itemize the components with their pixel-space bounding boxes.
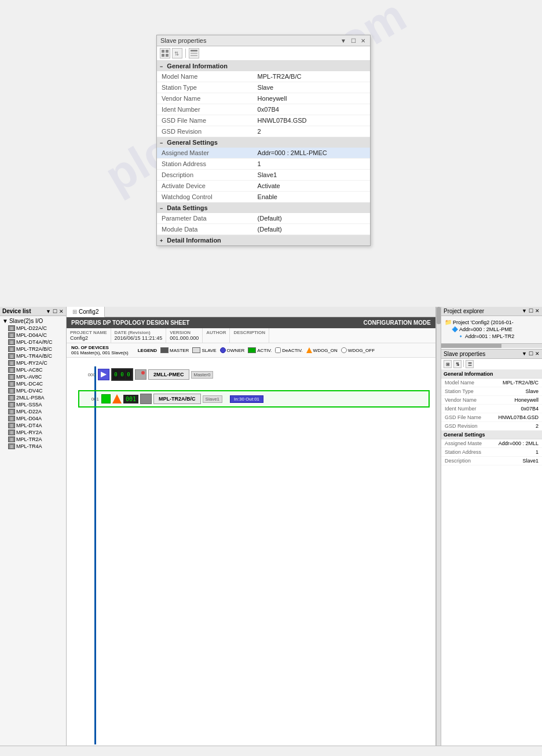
device-label: MPL-D22A	[16, 409, 42, 414]
project-name-cell: PROJECT NAME Config2	[67, 328, 111, 343]
seg-digit-0: 0	[113, 370, 119, 379]
slave-properties-panel: Slave properties ▼ ☐ ✕ ⇅	[156, 35, 371, 246]
inline-sort-btn[interactable]: ⇅	[453, 360, 462, 368]
master-module-icon	[135, 369, 147, 380]
prop-value-station-address: 1	[253, 159, 370, 170]
io-info-badge[interactable]: In:30 Out:01	[230, 395, 263, 403]
slave-device-row[interactable]: 001 001 MPL-TR2A/B/C	[78, 390, 430, 408]
device-label: MPL-TR4A	[16, 443, 42, 449]
proj-float[interactable]: ☐	[529, 308, 533, 314]
inline-value-gsd-rev: 2	[536, 423, 539, 429]
sheet-title: PROFIBUS DP TOPOLOGY DESIGN SHEET	[71, 320, 189, 326]
detail-info-header[interactable]: + Detail Information	[157, 235, 370, 246]
deactive-checkbox[interactable]	[275, 347, 281, 353]
device-icon: ☰	[8, 443, 15, 449]
prop-parameter-data: Parameter Data (Default)	[157, 213, 370, 224]
list-item[interactable]: ☰ MPL-TR2A	[0, 436, 66, 443]
device-icon: ☰	[8, 374, 15, 380]
list-item[interactable]: ☰ MPL-DV4C	[0, 387, 66, 394]
list-item[interactable]: ☰ 2MLL-PS8A	[0, 394, 66, 401]
seg-digit-2: 0	[126, 370, 131, 379]
inline-close[interactable]: ✕	[535, 351, 540, 357]
sort-button[interactable]: ⇅	[172, 48, 182, 58]
grid-view-button[interactable]	[160, 48, 170, 58]
list-item[interactable]: ☰ MPL-D04A	[0, 415, 66, 422]
device-label: MPL-TR2A/B/C	[16, 346, 52, 352]
device-list-close[interactable]: ✕	[59, 309, 64, 314]
prop-value-module-data: (Default)	[253, 224, 370, 235]
inline-prop-gsd-rev: GSD Revision 2	[441, 422, 542, 431]
list-item[interactable]: ☰ MPL-TR2A/B/C	[0, 346, 66, 353]
prop-value-description: Slave1	[253, 170, 370, 181]
pin-button[interactable]: ▼	[339, 38, 347, 44]
float-button[interactable]: ☐	[350, 38, 357, 44]
list-item[interactable]: ☰ MPL-DT4A	[0, 422, 66, 429]
device-group-header[interactable]: ▼ Slave(2)s I/O	[0, 317, 66, 325]
table-button[interactable]	[189, 48, 199, 58]
prop-station-type: Station Type Slave	[157, 82, 370, 93]
scroll-thumb[interactable]	[437, 307, 441, 324]
proj-close[interactable]: ✕	[535, 308, 540, 314]
master-device[interactable]: 0 0 0 2MLL-PMEC Master0	[98, 368, 213, 381]
list-item[interactable]: ☰ MPL-D22A/C	[0, 325, 66, 332]
close-button[interactable]: ✕	[360, 38, 367, 44]
slave-device[interactable]: 001 MPL-TR2A/B/C Slave1 In:30 Out:01	[101, 394, 263, 404]
general-info-header[interactable]: − General Information	[157, 61, 370, 71]
device-label: MPL-DT4A/R/C	[16, 339, 53, 345]
device-list-header: Device list ▼ ☐ ✕	[0, 307, 66, 316]
data-settings-header[interactable]: − Data Settings	[157, 203, 370, 214]
list-item[interactable]: ☰ MPL-AC8C	[0, 366, 66, 373]
list-item[interactable]: ☰ MPL-DT4A/R/C	[0, 339, 66, 346]
device-icon: ☰	[8, 346, 15, 352]
legend-wdog-on-label: WDOG_ON	[313, 348, 338, 353]
master-tree-item[interactable]: 🔷 Addr=000 : 2MLL-PME	[444, 326, 540, 333]
device-list-float[interactable]: ☐	[53, 309, 57, 314]
inline-prop-ident: Ident Number 0x07B4	[441, 405, 542, 413]
legend-owner-label: OWNER	[227, 348, 245, 353]
device-label: MPL-AV8C	[16, 374, 42, 380]
list-item[interactable]: ☰ MPL-DC4C	[0, 380, 66, 387]
prop-model-name: Model Name MPL-TR2A/B/C	[157, 71, 370, 82]
slave-tree-item[interactable]: 🔹 Addr=001 : MPL-TR2	[444, 333, 540, 340]
legend-deactive: DeACTIV.	[275, 347, 302, 353]
list-item[interactable]: ☰ MPL-D22A	[0, 408, 66, 415]
device-label: MPL-TR2A	[16, 436, 42, 442]
device-list-pin[interactable]: ▼	[46, 309, 51, 314]
inline-prop-desc: Description Slave1	[441, 457, 542, 465]
legend-master-label: MASTER	[170, 348, 189, 353]
inline-label-station-type: Station Type	[445, 388, 474, 394]
list-item[interactable]: ☰ MPL-TR4A	[0, 443, 66, 450]
prop-assigned-master[interactable]: Assigned Master Addr=000 : 2MLL-PMEC	[157, 148, 370, 159]
prop-label-gsd-revision: GSD Revision	[157, 126, 253, 137]
inline-table-btn[interactable]: ☰	[466, 360, 474, 368]
list-item[interactable]: ☰ MPL-AV8C	[0, 373, 66, 380]
wdog-off-radio[interactable]	[341, 347, 347, 353]
list-item[interactable]: ☰ MPL-D04A/C	[0, 332, 66, 339]
legend-row: NO. OF DEVICES 001 Master(s), 001 Slave(…	[67, 343, 435, 358]
expand-icon: ▼	[2, 318, 8, 324]
legend-deactive-label: DeACTIV.	[282, 348, 302, 353]
inline-float[interactable]: ☐	[529, 351, 533, 357]
scrollbar[interactable]	[436, 307, 441, 756]
general-settings-header[interactable]: − General Settings	[157, 137, 370, 148]
device-label: 2MLL-PS8A	[16, 395, 45, 401]
slave-node-label: Addr=001 : MPL-TR2	[465, 333, 514, 339]
list-item[interactable]: ☰ MPL-RY2A	[0, 429, 66, 436]
inline-value-assigned-master: Addr=000 : 2MLL	[499, 441, 539, 446]
list-item[interactable]: ☰ MPL-TR4A/B/C	[0, 353, 66, 359]
project-root-item[interactable]: 📁 Project 'Config2 (2016-01-	[444, 318, 540, 326]
inline-grid-btn[interactable]: ⊞	[444, 360, 452, 368]
config-tab-config2[interactable]: ⊞ Config2	[67, 307, 105, 317]
prop-label-parameter-data: Parameter Data	[157, 213, 253, 224]
inline-pin[interactable]: ▼	[522, 351, 527, 357]
proj-pin[interactable]: ▼	[522, 308, 527, 314]
prop-value-ident-number: 0x07B4	[253, 104, 370, 115]
list-item[interactable]: ☰ MPL-RY2A/C	[0, 359, 66, 366]
horiz-scrollbar[interactable]	[441, 343, 542, 348]
slave-wdog-icon	[112, 394, 122, 403]
author-label: AUTHOR	[206, 330, 226, 335]
horiz-scroll-thumb[interactable]	[441, 344, 501, 348]
list-item[interactable]: ☰ MPL-SS5A	[0, 401, 66, 408]
inline-general-info-hdr: General Information	[441, 370, 542, 379]
device-label: MPL-RY2A	[16, 430, 42, 435]
